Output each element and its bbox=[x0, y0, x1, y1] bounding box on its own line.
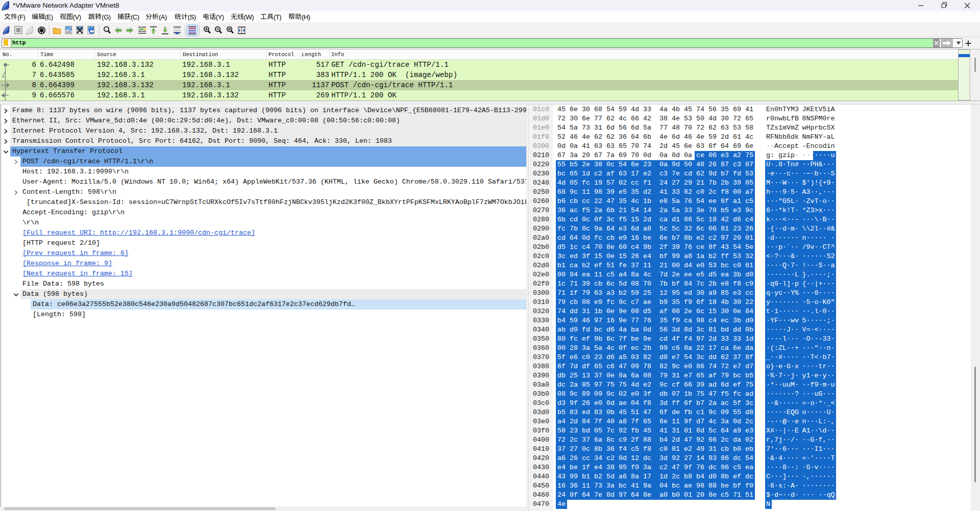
svg-text:010: 010 bbox=[66, 31, 71, 34]
